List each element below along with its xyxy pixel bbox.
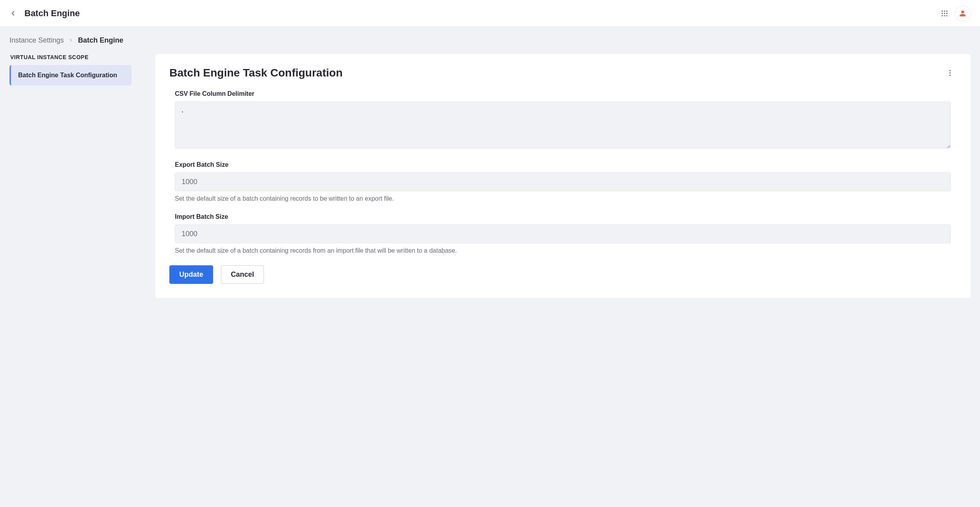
- sidebar: Virtual Instance Scope Batch Engine Task…: [9, 54, 132, 86]
- apps-grid-icon[interactable]: [941, 9, 948, 17]
- import-batch-size-input[interactable]: [175, 224, 951, 243]
- content-wrapper: Virtual Instance Scope Batch Engine Task…: [9, 54, 971, 298]
- main-panel: Batch Engine Task Configuration CSV File…: [155, 54, 971, 298]
- panel-title: Batch Engine Task Configuration: [169, 67, 343, 79]
- sidebar-item-label: Batch Engine Task Configuration: [18, 72, 117, 78]
- import-batch-size-help: Set the default size of a batch containi…: [175, 247, 951, 254]
- back-icon[interactable]: [9, 10, 17, 17]
- user-avatar[interactable]: [955, 6, 971, 21]
- export-batch-size-label: Export Batch Size: [175, 161, 951, 168]
- svg-point-2: [946, 10, 947, 11]
- svg-point-7: [944, 15, 945, 16]
- svg-point-10: [949, 72, 950, 73]
- page-title: Batch Engine: [24, 8, 80, 19]
- svg-point-11: [949, 75, 950, 76]
- field-import-batch-size: Import Batch Size Set the default size o…: [169, 213, 956, 254]
- csv-delimiter-label: CSV File Column Delimiter: [175, 90, 951, 97]
- top-bar-right: [941, 6, 971, 21]
- svg-point-0: [942, 10, 943, 11]
- top-bar: Batch Engine: [0, 0, 980, 27]
- svg-point-6: [942, 15, 943, 16]
- svg-point-1: [944, 10, 945, 11]
- button-row: Update Cancel: [169, 265, 956, 284]
- field-csv-delimiter: CSV File Column Delimiter ,: [169, 90, 956, 150]
- page-body: Instance Settings Batch Engine Virtual I…: [0, 27, 980, 308]
- sidebar-item-batch-engine-task-configuration[interactable]: Batch Engine Task Configuration: [9, 65, 132, 86]
- breadcrumb-parent[interactable]: Instance Settings: [9, 36, 64, 45]
- panel-header: Batch Engine Task Configuration: [169, 67, 956, 79]
- cancel-button[interactable]: Cancel: [221, 265, 264, 284]
- kebab-menu-icon[interactable]: [944, 67, 956, 79]
- csv-delimiter-input[interactable]: ,: [175, 101, 951, 149]
- svg-point-3: [942, 13, 943, 14]
- import-batch-size-label: Import Batch Size: [175, 213, 951, 220]
- field-export-batch-size: Export Batch Size Set the default size o…: [169, 161, 956, 202]
- svg-point-5: [946, 13, 947, 14]
- export-batch-size-input[interactable]: [175, 172, 951, 191]
- svg-point-9: [949, 70, 950, 71]
- chevron-right-icon: [69, 36, 73, 45]
- sidebar-heading: Virtual Instance Scope: [9, 54, 132, 60]
- svg-point-4: [944, 13, 945, 14]
- svg-point-8: [946, 15, 947, 16]
- top-bar-left: Batch Engine: [9, 8, 80, 19]
- breadcrumb-current: Batch Engine: [78, 36, 123, 45]
- export-batch-size-help: Set the default size of a batch containi…: [175, 195, 951, 202]
- breadcrumb: Instance Settings Batch Engine: [9, 36, 971, 45]
- update-button[interactable]: Update: [169, 265, 213, 284]
